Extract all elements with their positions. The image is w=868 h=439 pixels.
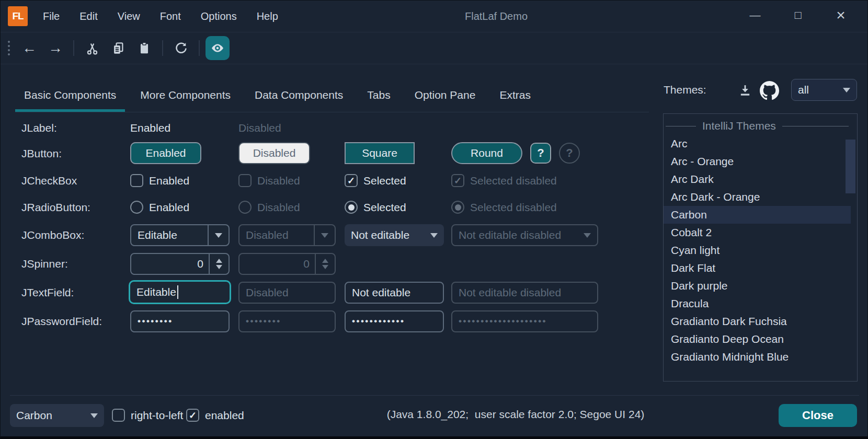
disabled-button: Disabled: [238, 142, 310, 164]
passwordfield-editable[interactable]: ••••••••: [130, 310, 230, 332]
themes-label: Themes:: [664, 84, 706, 96]
spinner-buttons: [315, 254, 335, 274]
github-button[interactable]: [758, 80, 781, 101]
spinner-buttons[interactable]: [209, 254, 229, 274]
minimize-button[interactable]: —: [734, 1, 776, 31]
combobox-arrow-button[interactable]: [84, 404, 104, 427]
maximize-button[interactable]: □: [776, 1, 819, 31]
textfield-value[interactable]: Editable: [136, 286, 176, 298]
passwordfield-not-editable[interactable]: ••••••••••••: [345, 310, 444, 332]
checkbox-enabled[interactable]: Enabled: [130, 174, 189, 187]
password-dots[interactable]: ••••••••: [138, 316, 173, 327]
jcombobox-row-label: JComboBox:: [21, 229, 84, 241]
checkbox-disabled: Disabled: [238, 174, 300, 187]
radio-circle-selected: [451, 201, 464, 214]
textfield-editable-focused[interactable]: Editable: [129, 280, 231, 304]
theme-filter-combobox[interactable]: all: [791, 79, 857, 101]
theme-list-item[interactable]: Gradianto Dark Fuchsia: [664, 313, 851, 330]
radio-label: Disabled: [257, 201, 300, 214]
window-controls: — □ ×: [734, 1, 862, 31]
radio-enabled[interactable]: Enabled: [130, 201, 189, 214]
textfield-value: Not editable: [352, 286, 410, 299]
toolbar-grip-icon[interactable]: [8, 40, 10, 56]
radio-label: Selected disabled: [470, 201, 557, 214]
spinner-up-icon: [322, 256, 328, 263]
chevron-down-icon: [321, 233, 328, 241]
combobox-value[interactable]: Editable: [131, 229, 208, 241]
lookandfeel-combobox[interactable]: Carbon: [10, 404, 104, 427]
chevron-down-icon: [90, 413, 98, 422]
close-window-button[interactable]: ×: [819, 1, 862, 31]
checkbox-selected[interactable]: ✓ Selected: [345, 174, 406, 187]
jlabel-disabled: Disabled: [238, 122, 281, 134]
jtextfield-row-label: JTextField:: [21, 286, 74, 299]
combobox-not-editable[interactable]: Not editable: [345, 224, 444, 246]
theme-list-item[interactable]: Dark Flat: [664, 259, 851, 277]
theme-list-item[interactable]: Cobalt 2: [664, 224, 851, 241]
enabled-checkbox[interactable]: ✓ enabled: [186, 409, 244, 422]
text-caret: [177, 285, 178, 299]
spinner-up-icon[interactable]: [216, 256, 222, 263]
combobox-editable[interactable]: Editable: [130, 224, 230, 246]
close-button[interactable]: Close: [779, 404, 857, 427]
jbutton-row-label: JButton:: [21, 147, 62, 160]
radio-circle: [130, 201, 143, 214]
theme-list-item[interactable]: Dark purple: [664, 277, 851, 295]
spinner-enabled[interactable]: 0: [130, 253, 230, 275]
textfield-not-editable[interactable]: Not editable: [345, 282, 444, 304]
chevron-down-icon: [584, 233, 591, 241]
radio-label: Selected: [363, 201, 406, 214]
spinner-value: 0: [239, 258, 315, 270]
theme-list-item[interactable]: Cyan light: [664, 241, 851, 259]
radio-disabled: Disabled: [238, 201, 300, 214]
chevron-down-icon: [430, 233, 438, 241]
theme-list-item[interactable]: Carbon: [664, 206, 851, 224]
flatlaf-demo-window: FL FileEditViewFontOptionsHelp FlatLaf D…: [0, 0, 868, 439]
checkbox-box: [238, 174, 252, 187]
spinner-down-icon[interactable]: [216, 265, 222, 272]
textfield-value: Disabled: [246, 286, 289, 299]
theme-filter-value: all: [798, 84, 809, 96]
help-button[interactable]: ?: [530, 143, 551, 164]
lookandfeel-value: Carbon: [10, 409, 84, 422]
theme-list-item[interactable]: Gradianto Deep Ocean: [664, 330, 851, 348]
theme-list-item[interactable]: Arc Dark - Orange: [664, 188, 851, 206]
password-dots: ••••••••••••••••••••: [459, 316, 547, 327]
theme-list-item[interactable]: Gradianto Midnight Blue: [664, 348, 851, 366]
radio-circle-selected: [345, 201, 358, 214]
square-button[interactable]: Square: [345, 142, 415, 164]
combobox-not-editable-disabled: Not editable disabled: [451, 224, 598, 246]
download-theme-button[interactable]: [734, 80, 757, 101]
theme-list-item[interactable]: Arc - Orange: [664, 153, 851, 170]
enabled-button[interactable]: Enabled: [130, 142, 201, 164]
spinner-disabled: 0: [238, 253, 336, 275]
jspinner-row-label: JSpinner:: [21, 258, 68, 270]
jpasswordfield-row-label: JPasswordField:: [21, 315, 102, 328]
combobox-disabled: Disabled: [238, 224, 336, 246]
chevron-down-icon: [843, 88, 850, 96]
basic-components-panel: JLabel: Enabled Disabled JButton: Enable…: [21, 1, 618, 398]
combobox-arrow-button[interactable]: [208, 225, 229, 245]
theme-list-item[interactable]: Dracula: [664, 295, 851, 313]
round-button[interactable]: Round: [451, 142, 522, 164]
checkbox-box: [130, 174, 143, 187]
help-button-disabled: ?: [559, 143, 580, 164]
themes-list-items: ArcArc - OrangeArc DarkArc Dark - Orange…: [664, 135, 857, 366]
theme-list-item[interactable]: Arc: [664, 135, 851, 153]
checkbox-label: Selected: [363, 175, 406, 187]
theme-list-item[interactable]: Arc Dark: [664, 170, 851, 188]
download-icon: [738, 83, 752, 98]
combobox-value: Disabled: [239, 229, 314, 241]
spinner-value[interactable]: 0: [131, 258, 209, 270]
themes-list: IntelliJ Themes ArcArc - OrangeArc DarkA…: [663, 113, 858, 382]
combobox-arrow-button[interactable]: [424, 224, 444, 246]
textfield-disabled: Disabled: [238, 282, 336, 304]
radio-label: Enabled: [149, 201, 189, 214]
combobox-arrow-button: [314, 225, 335, 245]
right-to-left-checkbox[interactable]: right-to-left: [112, 409, 183, 422]
radio-selected[interactable]: Selected: [345, 201, 406, 214]
github-icon: [760, 81, 779, 100]
checkbox-check-icon: ✓: [451, 174, 464, 187]
checkbox-label: Selected disabled: [470, 175, 557, 187]
themes-scrollbar-thumb[interactable]: [846, 140, 855, 193]
